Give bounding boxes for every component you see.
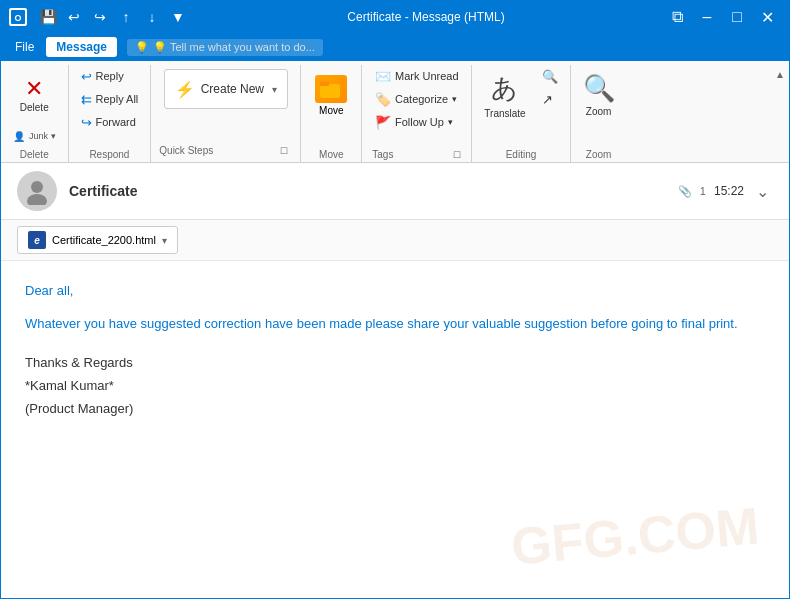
- reply-all-icon: ⇇: [81, 92, 92, 107]
- cursor-icon: 🔍: [542, 69, 558, 84]
- menu-search[interactable]: 💡 💡 Tell me what you want to do...: [127, 39, 323, 56]
- signature-line1: Thanks & Regards: [25, 351, 765, 374]
- ribbon-group-tags: ✉️ Mark Unread 🏷️ Categorize ▾ 🚩 Follow …: [362, 65, 472, 162]
- email-subject: Certificate: [69, 183, 666, 199]
- undo-button[interactable]: ↩: [63, 6, 85, 28]
- zoom-group-label: Zoom: [586, 147, 612, 162]
- fu-dropdown: ▾: [448, 117, 453, 127]
- outlook-window: O 💾 ↩ ↪ ↑ ↓ ▼ Certificate - Message (HTM…: [0, 0, 790, 599]
- quick-access-toolbar: 💾 ↩ ↪ ↑ ↓ ▼: [37, 6, 189, 28]
- categorize-button[interactable]: 🏷️ Categorize ▾: [369, 88, 465, 110]
- menu-message[interactable]: Message: [46, 37, 117, 57]
- svg-point-5: [27, 194, 47, 205]
- category-icon: 🏷️: [375, 92, 391, 107]
- lightning-icon: ⚡: [175, 80, 195, 99]
- ribbon: ✕ Delete 👤 Junk ▾ Delete ↩ Reply: [1, 61, 789, 163]
- ribbon-group-zoom: 🔍 Zoom Zoom: [571, 65, 627, 162]
- reply-all-button[interactable]: ⇇ Reply All: [75, 88, 145, 110]
- quicksteps-expand[interactable]: ☐: [276, 144, 292, 158]
- respond-group-content: ↩ Reply ⇇ Reply All ↪ Forward: [75, 65, 145, 147]
- translate-button[interactable]: あ Translate: [478, 65, 531, 125]
- move-label: Move: [319, 105, 343, 116]
- attachment-dropdown[interactable]: ▾: [162, 235, 167, 246]
- email-header: Certificate 📎 1 15:22 ⌄: [1, 163, 789, 220]
- ribbon-collapse-area: ▲: [771, 65, 789, 162]
- qa-dropdown[interactable]: ▼: [167, 6, 189, 28]
- move-group-label: Move: [319, 147, 343, 162]
- attachment-row: e Certificate_2200.html ▾: [1, 220, 789, 261]
- close-button[interactable]: ✕: [753, 3, 781, 31]
- title-bar: O 💾 ↩ ↪ ↑ ↓ ▼ Certificate - Message (HTM…: [1, 1, 789, 33]
- app-icon: O: [9, 8, 27, 26]
- menu-file[interactable]: File: [5, 37, 44, 57]
- ribbon-collapse-button[interactable]: ▲: [775, 69, 785, 80]
- tags-expand[interactable]: ☐: [449, 148, 465, 162]
- tags-group-content: ✉️ Mark Unread 🏷️ Categorize ▾ 🚩 Follow …: [369, 65, 465, 147]
- arrow-icon: ↗: [542, 92, 553, 107]
- email-time: 15:22: [714, 184, 744, 198]
- attachment-indicator-icon: 📎: [678, 185, 692, 198]
- envelope-icon: ✉️: [375, 69, 391, 84]
- cat-dropdown: ▾: [452, 94, 457, 104]
- zoom-button[interactable]: 🔍 Zoom: [577, 65, 621, 125]
- expand-email-button[interactable]: ⌄: [752, 178, 773, 205]
- zoom-label: Zoom: [586, 106, 612, 117]
- translate-icon: あ: [491, 71, 518, 106]
- email-body: Dear all, Whatever you have suggested co…: [1, 261, 789, 598]
- sender-avatar: [17, 171, 57, 211]
- menu-bar: File Message 💡 💡 Tell me what you want t…: [1, 33, 789, 61]
- svg-text:O: O: [14, 13, 21, 23]
- search-placeholder: 💡 Tell me what you want to do...: [153, 41, 315, 54]
- translate-label: Translate: [484, 108, 525, 119]
- signature-line3: (Product Manager): [25, 397, 765, 420]
- delete-label: Delete: [20, 102, 49, 113]
- editing-btn2[interactable]: ↗: [536, 88, 564, 110]
- redo-button[interactable]: ↪: [89, 6, 111, 28]
- person-icon: 👤: [13, 131, 25, 142]
- zoom-content: 🔍 Zoom: [577, 65, 621, 147]
- forward-button[interactable]: ↪ Forward: [75, 111, 145, 133]
- zoom-icon: 🔍: [583, 73, 615, 104]
- editing-group-label: Editing: [506, 147, 537, 162]
- tags-col: ✉️ Mark Unread 🏷️ Categorize ▾ 🚩 Follow …: [369, 65, 465, 133]
- up-button[interactable]: ↑: [115, 6, 137, 28]
- restore-button[interactable]: ⧉: [663, 3, 691, 31]
- email-area: Certificate 📎 1 15:22 ⌄ e Certificate_22…: [1, 163, 789, 598]
- quicksteps-content: ⚡ Create New ▾: [164, 69, 288, 143]
- down-button[interactable]: ↓: [141, 6, 163, 28]
- maximize-button[interactable]: □: [723, 3, 751, 31]
- lightbulb-icon: 💡: [135, 41, 149, 54]
- quicksteps-group-label: Quick Steps: [159, 143, 213, 158]
- mark-unread-button[interactable]: ✉️ Mark Unread: [369, 65, 465, 87]
- reply-icon: ↩: [81, 69, 92, 84]
- respond-col: ↩ Reply ⇇ Reply All ↪ Forward: [75, 65, 145, 133]
- ribbon-group-move: Move Move: [301, 65, 362, 162]
- ribbon-group-editing: あ Translate 🔍 ↗ Editing: [472, 65, 570, 162]
- editing-btn1[interactable]: 🔍: [536, 65, 564, 87]
- respond-group-label: Respond: [89, 147, 129, 162]
- window-controls: ⧉ – □ ✕: [663, 3, 781, 31]
- attachment-name: Certificate_2200.html: [52, 234, 156, 246]
- delete-button[interactable]: ✕ Delete: [12, 65, 56, 125]
- attachment-count: 1: [700, 185, 706, 197]
- move-button[interactable]: Move: [307, 65, 355, 125]
- email-greeting: Dear all,: [25, 281, 765, 302]
- save-button[interactable]: 💾: [37, 6, 59, 28]
- minimize-button[interactable]: –: [693, 3, 721, 31]
- title-bar-left: O 💾 ↩ ↪ ↑ ↓ ▼: [9, 6, 189, 28]
- forward-icon: ↪: [81, 115, 92, 130]
- move-folder-icon: [315, 75, 347, 103]
- ribbon-group-delete: ✕ Delete 👤 Junk ▾ Delete: [1, 65, 69, 162]
- delete-col: ✕ Delete 👤 Junk ▾: [7, 65, 62, 147]
- editing-tools-col: 🔍 ↗: [536, 65, 564, 110]
- junk-button[interactable]: 👤 Junk ▾: [7, 125, 62, 147]
- watermark: GFG.COM: [507, 484, 762, 589]
- email-signature: Thanks & Regards *Kamal Kumar* (Product …: [25, 351, 765, 421]
- email-meta: 📎 1 15:22 ⌄: [678, 178, 773, 205]
- ribbon-group-quicksteps: ⚡ Create New ▾ Quick Steps ☐: [151, 65, 301, 162]
- svg-rect-3: [320, 82, 329, 86]
- create-new-button[interactable]: ⚡ Create New ▾: [164, 69, 288, 109]
- attachment-item[interactable]: e Certificate_2200.html ▾: [17, 226, 178, 254]
- reply-button[interactable]: ↩ Reply: [75, 65, 145, 87]
- follow-up-button[interactable]: 🚩 Follow Up ▾: [369, 111, 465, 133]
